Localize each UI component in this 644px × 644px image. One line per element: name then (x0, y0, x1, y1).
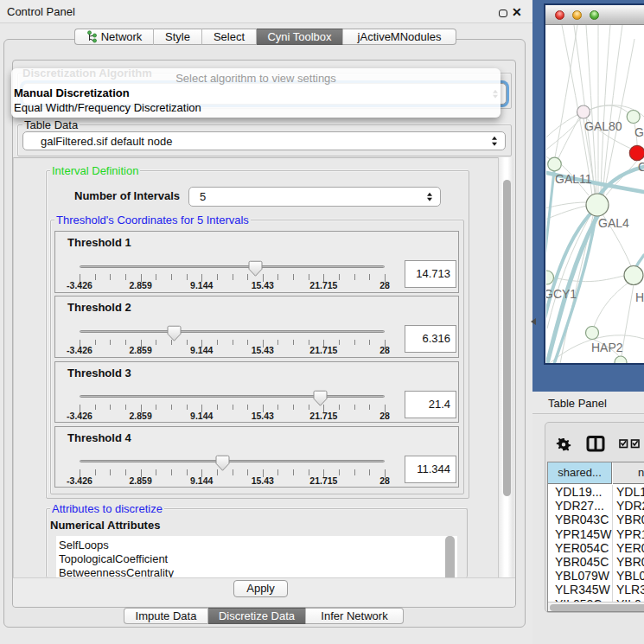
svg-text:GA: GA (634, 125, 644, 139)
svg-text:C: C (638, 160, 644, 174)
svg-text:GCY1: GCY1 (546, 287, 577, 301)
svg-text:HAP2: HAP2 (591, 341, 623, 354)
svg-text:HA: HA (635, 290, 644, 304)
svg-text:GAL80: GAL80 (584, 119, 622, 133)
svg-text:GAL4: GAL4 (598, 216, 629, 230)
svg-text:GAL11: GAL11 (555, 172, 592, 186)
